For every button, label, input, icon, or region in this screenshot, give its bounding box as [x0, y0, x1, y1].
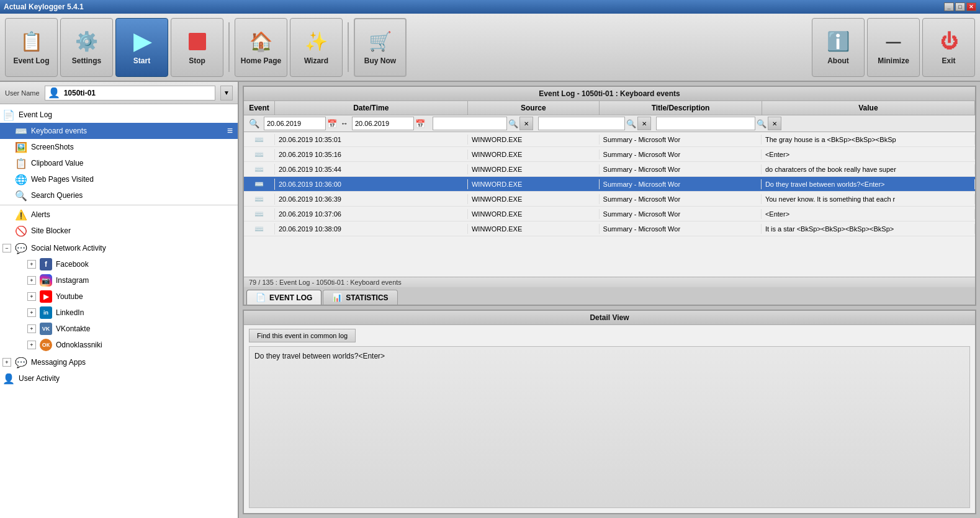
- filter-value-icon[interactable]: 🔍: [757, 119, 766, 128]
- user-avatar-icon: 👤: [48, 87, 60, 99]
- username-dropdown-btn[interactable]: ▼: [220, 86, 233, 100]
- toolbar-about-btn[interactable]: ℹ️ About: [812, 18, 865, 77]
- event-log-panel: Event Log - 1050ti-01 : Keyboard events …: [243, 86, 976, 306]
- filter-value-clear-btn[interactable]: ✕: [768, 117, 781, 130]
- wizard-icon: ✨: [305, 29, 328, 54]
- sidebar-screenshots-label: ScreenShots: [31, 143, 74, 151]
- vkontakte-expand-btn[interactable]: +: [27, 324, 36, 333]
- instagram-expand-btn[interactable]: +: [27, 276, 36, 285]
- sidebar-item-user-activity[interactable]: 👤 User Activity: [0, 370, 238, 386]
- toolbar-start-btn[interactable]: ▶ Start: [115, 18, 168, 77]
- event-log-tree-icon: 📄: [2, 109, 15, 121]
- tab-event-log[interactable]: 📄 EVENT LOG: [246, 290, 321, 305]
- th-title-desc[interactable]: Title/Description: [600, 101, 762, 115]
- exit-icon: ⏻: [940, 29, 958, 54]
- sidebar-item-instagram[interactable]: + 📷 Instagram: [0, 272, 238, 288]
- linkedin-icon: in: [40, 306, 52, 319]
- table-row[interactable]: ⌨️ 20.06.2019 10:35:01 WINWORD.EXE Summa…: [244, 132, 975, 147]
- main-content: User Name 👤 1050ti-01 ▼ 📄 Event Log ⌨️ K…: [0, 82, 980, 518]
- sidebar-item-youtube[interactable]: + ▶ Youtube: [0, 288, 238, 305]
- sidebar-item-messaging-apps[interactable]: + 💬 Messaging Apps: [0, 354, 238, 370]
- titlebar-minimize-btn[interactable]: _: [944, 2, 954, 11]
- sidebar-item-event-log[interactable]: 📄 Event Log: [0, 107, 238, 123]
- toolbar-home-page-btn[interactable]: 🏠 Home Page: [235, 18, 287, 77]
- social-network-expand-btn[interactable]: −: [2, 244, 11, 252]
- messaging-apps-expand-btn[interactable]: +: [2, 358, 11, 367]
- linkedin-expand-btn[interactable]: +: [27, 308, 36, 317]
- filter-date-from[interactable]: [264, 117, 326, 130]
- minimize-label: Minimize: [878, 56, 909, 65]
- exit-label: Exit: [942, 56, 955, 65]
- filter-source-clear-btn[interactable]: ✕: [519, 117, 533, 130]
- sidebar-item-web-pages[interactable]: 🌐 Web Pages Visited: [0, 171, 238, 187]
- youtube-expand-btn[interactable]: +: [27, 292, 36, 301]
- detail-view-title: Detail View: [244, 311, 975, 325]
- screenshots-icon: 🖼️: [15, 141, 27, 153]
- table-row[interactable]: ⌨️ 20.06.2019 10:36:39 WINWORD.EXE Summa…: [244, 192, 975, 207]
- filter-title-clear-btn[interactable]: ✕: [637, 117, 651, 130]
- sidebar-item-facebook[interactable]: + f Facebook: [0, 256, 238, 272]
- sidebar-item-site-blocker[interactable]: 🚫 Site Blocker: [0, 223, 238, 239]
- table-row[interactable]: ⌨️ 20.06.2019 10:37:06 WINWORD.EXE Summa…: [244, 207, 975, 221]
- sidebar-item-alerts[interactable]: ⚠️ Alerts: [0, 207, 238, 223]
- toolbar-separator-1: [228, 22, 230, 72]
- titlebar-close-btn[interactable]: ✕: [966, 2, 976, 11]
- td-event-icon-3: ⌨️: [244, 179, 275, 190]
- filter-source-icon[interactable]: 🔍: [508, 119, 518, 128]
- facebook-expand-btn[interactable]: +: [27, 260, 36, 269]
- filter-value-input[interactable]: [656, 117, 755, 130]
- toolbar-buy-now-btn[interactable]: 🛒 Buy Now: [354, 18, 407, 77]
- row-icon-1: ⌨️: [254, 150, 264, 159]
- td-datetime-2: 20.06.2019 10:35:44: [275, 164, 468, 174]
- table-row[interactable]: ⌨️ 20.06.2019 10:36:00 WINWORD.EXE Summa…: [244, 177, 975, 192]
- th-datetime[interactable]: Date/Time: [275, 101, 468, 115]
- toolbar-settings-btn[interactable]: ⚙️ Settings: [60, 18, 113, 77]
- vkontakte-icon: VK: [40, 323, 52, 335]
- sidebar-item-screenshots[interactable]: 🖼️ ScreenShots: [0, 139, 238, 155]
- title-bar: Actual Keylogger 5.4.1 _ □ ✕: [0, 0, 980, 14]
- row-icon-4: ⌨️: [254, 195, 264, 203]
- calendar-from-icon[interactable]: 📅: [327, 119, 337, 128]
- filter-title-icon[interactable]: 🔍: [626, 119, 636, 128]
- toolbar-exit-btn[interactable]: ⏻ Exit: [922, 18, 975, 77]
- sidebar-item-linkedin[interactable]: + in LinkedIn: [0, 305, 238, 321]
- th-source[interactable]: Source: [468, 101, 600, 115]
- td-title-1: Summary - Microsoft Wor: [600, 150, 762, 159]
- sidebar-messaging-apps-label: Messaging Apps: [31, 358, 86, 367]
- toolbar-minimize-btn[interactable]: — Minimize: [867, 18, 920, 77]
- td-title-2: Summary - Microsoft Wor: [600, 164, 762, 174]
- sidebar-item-odnoklassniki[interactable]: + ОК Odnoklassniki: [0, 337, 238, 353]
- sidebar-item-search-queries[interactable]: 🔍 Search Queries: [0, 187, 238, 203]
- toolbar-stop-btn[interactable]: Stop: [171, 18, 223, 77]
- find-in-common-log-btn[interactable]: Find this event in common log: [249, 329, 356, 342]
- td-event-icon-2: ⌨️: [244, 164, 275, 175]
- titlebar-restore-btn[interactable]: □: [955, 2, 965, 11]
- home-page-label: Home Page: [241, 56, 281, 65]
- sidebar-item-vkontakte[interactable]: + VK VKontakte: [0, 321, 238, 337]
- toolbar-wizard-btn[interactable]: ✨ Wizard: [290, 18, 343, 77]
- event-log-title: Event Log - 1050ti-01 : Keyboard events: [244, 87, 975, 101]
- sidebar-item-social-network[interactable]: − 💬 Social Network Activity: [0, 240, 238, 256]
- odnoklassniki-expand-btn[interactable]: +: [27, 341, 36, 349]
- sidebar-youtube-label: Youtube: [56, 292, 83, 301]
- th-value[interactable]: Value: [762, 101, 975, 115]
- facebook-icon: f: [40, 258, 52, 270]
- toolbar-event-log-btn[interactable]: 📋 Event Log: [5, 18, 58, 77]
- sidebar-item-keyboard-events[interactable]: ⌨️ Keyboard events ≡: [0, 123, 238, 139]
- th-event[interactable]: Event: [244, 101, 275, 115]
- row-icon-5: ⌨️: [254, 210, 264, 218]
- table-row[interactable]: ⌨️ 20.06.2019 10:35:44 WINWORD.EXE Summa…: [244, 162, 975, 177]
- table-row[interactable]: ⌨️ 20.06.2019 10:38:09 WINWORD.EXE Summa…: [244, 221, 975, 236]
- filter-title-input[interactable]: [538, 117, 625, 130]
- table-row[interactable]: ⌨️ 20.06.2019 10:35:16 WINWORD.EXE Summa…: [244, 147, 975, 162]
- stop-icon: [189, 29, 206, 54]
- tab-statistics[interactable]: 📊 STATISTICS: [323, 290, 397, 305]
- filter-date-to[interactable]: [352, 117, 414, 130]
- td-source-6: WINWORD.EXE: [468, 224, 600, 234]
- detail-panel: Detail View Find this event in common lo…: [243, 310, 976, 514]
- filter-source-input[interactable]: [433, 117, 507, 130]
- row-icon-3: ⌨️: [254, 180, 264, 189]
- calendar-to-icon[interactable]: 📅: [415, 119, 425, 128]
- home-page-icon: 🏠: [249, 29, 272, 54]
- sidebar-item-clipboard[interactable]: 📋 Clipboard Value: [0, 155, 238, 171]
